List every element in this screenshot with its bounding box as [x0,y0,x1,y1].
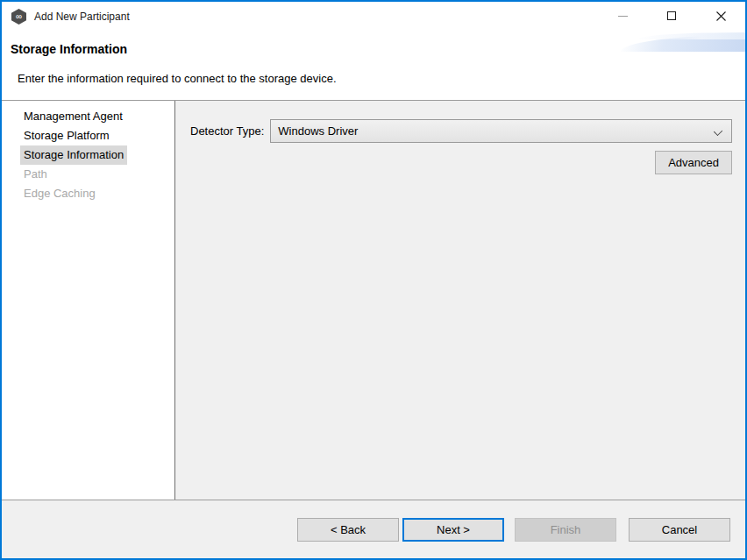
chevron-down-icon [714,127,722,136]
next-button[interactable]: Next > [402,518,504,542]
dialog-body: Management Agent Storage Platform Storag… [2,101,745,500]
detector-type-dropdown[interactable]: Windows Driver [270,119,732,143]
maximize-button[interactable] [647,2,696,30]
wizard-header: Storage Information Enter the informatio… [2,32,745,101]
add-new-participant-dialog: ∞ Add New Participant Storage Informatio… [0,0,747,560]
header-swoosh-decoration [621,35,745,52]
wizard-page-content: Detector Type: Windows Driver Advanced [175,101,745,500]
sidebar-item-storage-information[interactable]: Storage Information [20,145,127,165]
window-title: Add New Participant [34,11,130,23]
caption-buttons [598,2,745,30]
advanced-row: Advanced [190,151,732,174]
maximize-icon [667,11,676,20]
advanced-button[interactable]: Advanced [655,151,732,174]
page-description: Enter the information required to connec… [18,72,337,85]
finish-button[interactable]: Finish [515,518,616,542]
sidebar-item-path: Path [20,165,51,184]
sidebar-item-storage-platform[interactable]: Storage Platform [20,126,113,145]
app-icon: ∞ [11,9,26,25]
page-title: Storage Information [11,42,127,56]
wizard-button-bar: < Back Next > Finish Cancel [2,500,745,558]
back-button[interactable]: < Back [297,518,399,542]
detector-type-row: Detector Type: Windows Driver [190,119,732,143]
sidebar-item-management-agent[interactable]: Management Agent [20,107,126,126]
detector-type-label: Detector Type: [190,124,264,138]
wizard-steps-sidebar: Management Agent Storage Platform Storag… [2,101,175,500]
close-icon [715,11,727,22]
sidebar-item-edge-caching: Edge Caching [20,184,99,203]
minimize-button[interactable] [598,2,647,30]
minimize-icon [618,16,628,17]
cancel-button[interactable]: Cancel [629,518,730,542]
titlebar[interactable]: ∞ Add New Participant [2,2,745,32]
detector-type-selected-value: Windows Driver [278,124,358,138]
close-button[interactable] [696,2,745,30]
